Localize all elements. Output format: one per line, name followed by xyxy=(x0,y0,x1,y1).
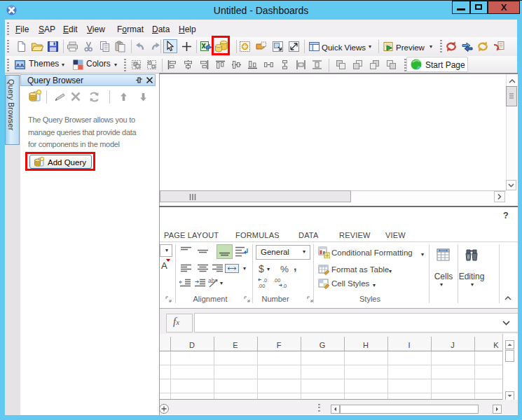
svg-text:AA: AA xyxy=(16,62,25,69)
svg-text:.0: .0 xyxy=(282,283,287,288)
svg-text:.00: .00 xyxy=(273,277,280,284)
svg-text:.00: .00 xyxy=(258,283,265,288)
